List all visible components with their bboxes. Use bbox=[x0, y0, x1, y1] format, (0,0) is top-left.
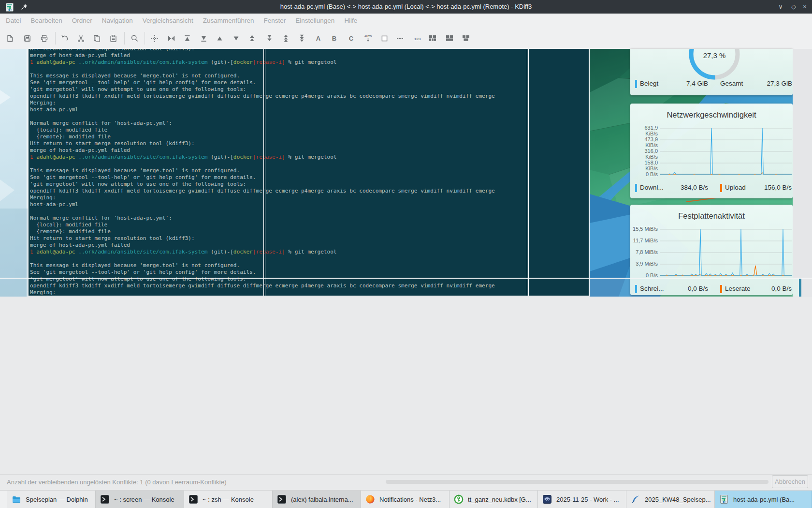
terminal-line: Hit return to start merge resolution too… bbox=[30, 235, 495, 242]
network-legend-label-1: Downl... bbox=[640, 184, 664, 191]
terminal-line: host-ada-pc.yml bbox=[30, 201, 495, 208]
save-icon[interactable] bbox=[19, 28, 35, 49]
taskbar-task-1[interactable]: Speiseplan — Dolphin bbox=[7, 491, 96, 508]
kdiff3-icon bbox=[719, 494, 729, 504]
select-a-icon[interactable]: A bbox=[310, 28, 326, 49]
taskbar-task-5[interactable]: Notifications - Netz3... bbox=[361, 491, 450, 508]
go-next-conflict-icon[interactable] bbox=[261, 28, 277, 49]
disk-activity-widget[interactable]: Festplattenaktivität15,5 MiB/s11,7 MiB/s… bbox=[630, 205, 793, 295]
task-label: 2025_KW48_Speisep... bbox=[645, 496, 711, 503]
go-prev-delta-icon[interactable] bbox=[211, 28, 228, 49]
move-icon[interactable] bbox=[146, 28, 162, 49]
toolbar-separator bbox=[124, 32, 125, 45]
network-legend-value-2: 156,0 B/s bbox=[752, 184, 792, 191]
minimize-button[interactable]: ∨ bbox=[775, 0, 786, 14]
terminal-line: {local}: modified file bbox=[30, 222, 495, 228]
terminal-line: opendiff kdiff3 tkdiff xxdiff meld torto… bbox=[30, 188, 495, 194]
show-linebreaks-icon[interactable] bbox=[392, 28, 408, 49]
desktop-left-strip bbox=[0, 49, 28, 297]
menu-item-zusammenfhren[interactable]: Zusammenführen bbox=[198, 17, 259, 24]
go-next-delta-icon[interactable] bbox=[228, 28, 244, 49]
cut-icon[interactable] bbox=[72, 28, 89, 49]
taskbar-task-4[interactable]: (alex) falbala.interna... bbox=[273, 491, 361, 508]
terminal-line: opendiff kdiff3 tkdiff xxdiff meld torto… bbox=[30, 283, 495, 289]
print-icon[interactable] bbox=[36, 28, 52, 49]
search-icon[interactable] bbox=[126, 28, 143, 49]
go-current-delta-icon[interactable] bbox=[163, 28, 179, 49]
disk-ytick: 3,9 MiB/s bbox=[631, 261, 658, 267]
split-view-3-icon[interactable] bbox=[458, 28, 474, 49]
progress-bar bbox=[386, 480, 768, 484]
terminal-line: Hit return to start merge resolution too… bbox=[30, 140, 495, 147]
toolbar-separator bbox=[55, 32, 56, 45]
disk-ytick: 11,7 MiB/s bbox=[631, 238, 658, 243]
terminal-line: See 'git mergetool --tool-help' or 'git … bbox=[30, 79, 495, 86]
svg-text:A: A bbox=[316, 35, 320, 42]
close-button[interactable]: × bbox=[799, 0, 810, 14]
go-next-unsolved-conflict-icon[interactable] bbox=[293, 28, 310, 49]
menu-item-navigation[interactable]: Navigation bbox=[97, 17, 138, 24]
taskbar-task-6[interactable]: tt_ganz_neu.kdbx [G... bbox=[450, 491, 538, 508]
taskbar-task-2[interactable]: ~ : screen — Konsole bbox=[96, 491, 184, 508]
menu-item-hilfe[interactable]: Hilfe bbox=[339, 17, 362, 24]
terminal-pane[interactable]: Hit return to start merge resolution too… bbox=[29, 49, 590, 296]
paste-icon[interactable] bbox=[105, 28, 121, 49]
undo-icon[interactable] bbox=[56, 28, 72, 49]
memory-used-swatch bbox=[635, 80, 637, 88]
split-view-1-icon[interactable] bbox=[424, 28, 441, 49]
show-whitespace-icon[interactable] bbox=[376, 28, 392, 49]
new-file-icon[interactable] bbox=[1, 28, 18, 49]
menu-item-datei[interactable]: Datei bbox=[1, 17, 26, 24]
status-bar-separator bbox=[0, 474, 812, 475]
select-b-icon[interactable]: B bbox=[326, 28, 342, 49]
split-view-2-icon[interactable] bbox=[441, 28, 458, 49]
copy-icon[interactable] bbox=[88, 28, 105, 49]
go-first-delta-icon[interactable] bbox=[179, 28, 195, 49]
task-label: Speiseplan — Dolphin bbox=[26, 496, 88, 503]
memory-total-value: 27,3 GiB bbox=[752, 80, 792, 87]
network-legend-value-1: 384,0 B/s bbox=[668, 184, 708, 191]
go-last-delta-icon[interactable] bbox=[195, 28, 212, 49]
terminal-line: Merging: bbox=[30, 289, 495, 296]
kdiff3-horizontal-border-line bbox=[0, 278, 812, 279]
go-prev-unsolved-conflict-icon[interactable] bbox=[277, 28, 294, 49]
select-c-icon[interactable]: C bbox=[343, 28, 359, 49]
menu-item-vergleichsansicht[interactable]: Vergleichsansicht bbox=[138, 17, 198, 24]
menu-item-fenster[interactable]: Fenster bbox=[259, 17, 291, 24]
terminal-line: 1 adahl@ada-pc ..ork/admin/ansible/site/… bbox=[30, 249, 495, 255]
keepassxc-icon bbox=[454, 494, 464, 504]
svg-text:C: C bbox=[348, 35, 353, 42]
desktop-edge-bar bbox=[799, 279, 801, 297]
kdiff3-unpainted-main-area: Anzahl der verbleibenden ungelösten Konf… bbox=[0, 297, 812, 490]
memory-total-label: Gesamt bbox=[720, 80, 743, 87]
menu-item-bearbeiten[interactable]: Bearbeiten bbox=[26, 17, 67, 24]
terminal-line bbox=[30, 113, 495, 120]
menu-item-einstellungen[interactable]: Einstellungen bbox=[290, 17, 339, 24]
status-bar-message: Anzahl der verbleibenden ungelösten Konf… bbox=[7, 478, 227, 486]
menu-item-ordner[interactable]: Ordner bbox=[67, 17, 97, 24]
terminal-line bbox=[30, 66, 495, 73]
dolphin-icon bbox=[12, 494, 21, 504]
taskbar-task-3[interactable]: ~ : zsh — Konsole bbox=[184, 491, 273, 508]
go-prev-conflict-icon[interactable] bbox=[244, 28, 260, 49]
terminal-line: This message is displayed because 'merge… bbox=[30, 73, 495, 79]
network-legend-swatch-2 bbox=[720, 184, 722, 192]
memory-widget[interactable]: 27,3 % Belegt 7,4 GiB Gesamt 27,3 GiB bbox=[630, 49, 793, 95]
network-speed-widget[interactable]: Netzwerkgeschwindigkeit631,9 KiB/s473,9 … bbox=[630, 104, 793, 198]
network-ytick: 631,9 KiB/s bbox=[631, 125, 658, 136]
network-ytick: 316,0 KiB/s bbox=[631, 148, 658, 160]
terminal-line: Normal merge conflict for 'host-ada-pc.y… bbox=[30, 215, 495, 222]
taskbar-task-9[interactable]: host-ada-pc.yml (Ba... bbox=[715, 491, 812, 508]
cancel-button[interactable]: Abbrechen bbox=[772, 475, 808, 488]
maximize-button[interactable]: ◇ bbox=[788, 0, 799, 14]
taskbar-task-8[interactable]: 2025_KW48_Speisep... bbox=[626, 491, 715, 508]
kdiff3-window-edge-line bbox=[589, 49, 590, 296]
network-legend-label-2: Upload bbox=[725, 184, 746, 191]
menu-bar: DateiBearbeitenOrdnerNavigationVergleich… bbox=[0, 14, 812, 28]
show-line-numbers-icon[interactable]: 123 bbox=[409, 28, 425, 49]
network-ytick: 0 B/s bbox=[631, 171, 658, 177]
taskbar-task-7[interactable]: 2025-11-25 - Work - ... bbox=[538, 491, 626, 508]
auto-advance-icon[interactable]: AUTO bbox=[360, 28, 376, 49]
terminal-line: {remote}: modified file bbox=[30, 134, 495, 140]
terminal-line: Normal merge conflict for 'host-ada-pc.y… bbox=[30, 120, 495, 127]
